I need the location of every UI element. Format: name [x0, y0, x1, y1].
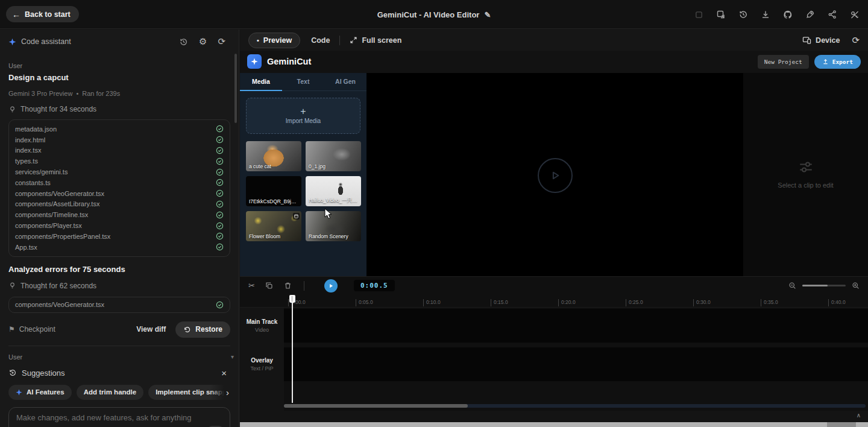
file-row[interactable]: services/gemini.ts — [15, 166, 224, 177]
assistant-scrollbar[interactable] — [234, 54, 237, 123]
duplicate-icon[interactable] — [265, 282, 274, 290]
ran-for: Ran for 239s — [82, 90, 120, 97]
page-hscrollbar[interactable] — [240, 422, 868, 427]
thought-label: Thought for 62 seconds — [20, 282, 96, 290]
zoom-slider[interactable] — [802, 285, 846, 286]
check-circle-icon — [216, 232, 224, 240]
chat-input[interactable] — [16, 413, 222, 427]
collapse-timeline-icon[interactable]: ∧ — [857, 412, 861, 419]
user-prompt: Design a capcut — [8, 73, 230, 82]
ruler-tick: 0:05.0 — [356, 299, 373, 306]
divider — [339, 36, 340, 45]
file-row[interactable]: components/Timeline.tsx — [15, 209, 224, 220]
gemini-diamond-icon — [8, 38, 16, 46]
copy-app-icon[interactable] — [716, 10, 726, 19]
zoom-out-icon[interactable] — [788, 282, 796, 289]
file-row[interactable]: components/Player.tsx — [15, 220, 224, 231]
page-hscrollbar-thumb[interactable] — [827, 422, 856, 427]
edited-file-chip[interactable]: components/VeoGenerator.tsx — [8, 297, 230, 313]
refresh-preview-icon[interactable]: ⟳ — [852, 35, 860, 46]
thought-row-2[interactable]: Thought for 62 seconds — [8, 282, 230, 290]
ruler-tick: 0:20.0 — [558, 299, 576, 306]
tab-text[interactable]: Text — [282, 73, 324, 90]
lightbulb-icon — [8, 282, 16, 289]
ruler-tick: 0:25.0 — [626, 299, 643, 306]
file-row[interactable]: constants.ts — [15, 177, 224, 188]
file-row[interactable]: index.html — [15, 134, 224, 145]
timeline-hscrollbar[interactable] — [284, 404, 866, 408]
view-diff-button[interactable]: View diff — [136, 325, 166, 334]
version-history-icon[interactable] — [738, 10, 748, 19]
settings-gear-icon[interactable]: ⚙ — [199, 36, 207, 47]
chips-scroll-right-icon[interactable]: › — [226, 387, 230, 397]
file-name: index.html — [15, 136, 45, 144]
track-label-main: Main Track Video — [240, 318, 284, 333]
file-name: components/Timeline.tsx — [15, 211, 88, 218]
file-name: index.tsx — [15, 147, 41, 154]
file-row[interactable]: types.ts — [15, 156, 224, 166]
chip-add-trim-handle[interactable]: Add trim handle — [77, 385, 144, 400]
file-row[interactable]: components/PropertiesPanel.tsx — [15, 231, 224, 242]
tab-preview[interactable]: • Preview — [248, 33, 300, 48]
api-key-disabled-icon[interactable] — [850, 10, 860, 19]
share-icon[interactable] — [828, 10, 837, 19]
new-project-button[interactable]: New Project — [758, 55, 809, 69]
check-circle-icon — [216, 179, 224, 186]
media-item-cat[interactable]: a cute cat — [246, 141, 301, 171]
file-row[interactable]: App.tsx — [15, 242, 224, 253]
tab-ai-gen[interactable]: AI Gen — [324, 73, 366, 90]
zoom-in-icon[interactable] — [852, 282, 860, 289]
tab-code[interactable]: Code — [311, 36, 330, 45]
deploy-rocket-icon[interactable] — [805, 10, 815, 19]
media-item-scenery[interactable]: Random Scenery — [306, 211, 361, 241]
timeline-hscrollbar-thumb[interactable] — [284, 404, 468, 408]
apps-icon[interactable] — [694, 10, 703, 19]
timeline-zoom-controls — [788, 282, 860, 289]
suggestion-chips: AI Features Add trim handle Implement cl… — [8, 385, 230, 400]
scroll-down-icon[interactable]: ▾ — [231, 353, 234, 360]
media-item-hailuo[interactable]: Hailuo_Video_一只真... — [306, 176, 361, 206]
check-circle-icon — [216, 147, 224, 154]
main-track-row[interactable] — [284, 309, 868, 343]
chat-input-box[interactable]: ⊕ ↑ — [8, 407, 230, 427]
device-button[interactable]: Device — [802, 36, 840, 45]
playhead-handle[interactable] — [289, 295, 295, 303]
gemini-diamond-icon — [16, 389, 22, 396]
rename-pencil-icon[interactable]: ✎ — [484, 10, 491, 19]
overlay-track-row[interactable] — [284, 347, 868, 381]
timeline: ✂ 0:00.5 — [240, 276, 868, 411]
import-media-dropzone[interactable]: + Import Media — [246, 98, 360, 134]
playhead[interactable] — [289, 295, 295, 403]
timeline-play-button[interactable] — [324, 279, 338, 293]
close-suggestions-icon[interactable]: × — [221, 368, 227, 378]
tab-media[interactable]: Media — [240, 73, 282, 90]
thought-row-1[interactable]: Thought for 34 seconds — [8, 105, 230, 113]
export-button[interactable]: Export — [814, 55, 861, 69]
file-row[interactable]: components/VeoGenerator.tsx — [15, 188, 224, 199]
chip-ai-features[interactable]: AI Features — [8, 385, 72, 400]
file-row[interactable]: index.tsx — [15, 145, 224, 156]
restore-icon — [183, 326, 191, 334]
file-row[interactable]: metadata.json — [15, 124, 224, 134]
chips-overflow: › — [210, 385, 230, 400]
full-screen-button[interactable]: Full screen — [350, 36, 401, 45]
divider — [8, 346, 230, 346]
back-to-start-button[interactable]: ← Back to start — [6, 6, 79, 22]
divider — [304, 281, 304, 291]
media-item-jpg[interactable]: 0_1.jpg — [306, 141, 361, 171]
media-item-flower[interactable]: Flower Bloom — [246, 211, 301, 241]
delete-trash-icon[interactable] — [284, 282, 292, 290]
download-app-icon[interactable] — [761, 10, 770, 19]
geminicut-header: GeminiCut New Project Export — [240, 51, 868, 73]
assistant-header-actions: ⚙ ⟳ — [179, 36, 225, 47]
restore-button[interactable]: Restore — [175, 321, 230, 338]
media-item-mp4[interactable]: I7EtkkCsDQR_B9jH.mp4 — [246, 176, 301, 206]
stage-play-button[interactable] — [538, 158, 573, 193]
file-row[interactable]: components/AssetLibrary.tsx — [15, 199, 224, 210]
chat-history-icon[interactable] — [179, 37, 188, 46]
timeline-ruler[interactable]: 0:00.0 0:05.0 0:10.0 0:15.0 0:20.0 0:25.… — [240, 295, 868, 308]
split-scissors-icon[interactable]: ✂ — [248, 281, 255, 290]
ruler-tick: 0:15.0 — [491, 299, 508, 306]
github-icon[interactable] — [783, 10, 793, 19]
reset-refresh-icon[interactable]: ⟳ — [218, 36, 225, 47]
